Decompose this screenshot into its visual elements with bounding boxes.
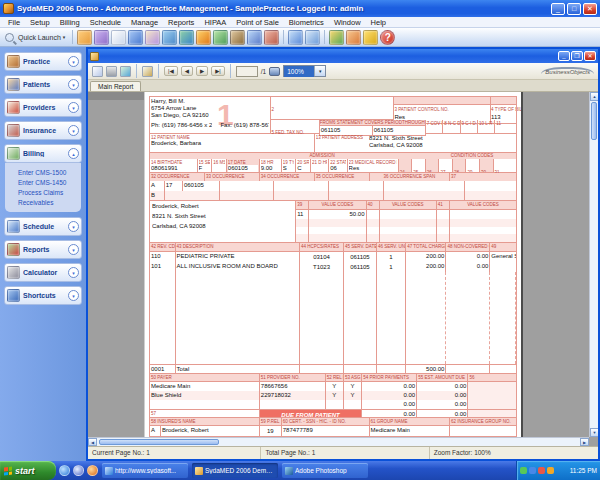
- taskbar-item-sydamed[interactable]: SydaMED 2006 Demo...: [192, 463, 278, 478]
- providers-icon: [7, 101, 20, 114]
- chevron-down-icon[interactable]: ▾: [314, 66, 325, 76]
- quick-launch-label[interactable]: Quick Launch: [18, 34, 61, 41]
- help-icon[interactable]: ?: [380, 30, 395, 45]
- sidebar-link-enter-cms-1500[interactable]: Enter CMS-1500: [18, 168, 81, 178]
- chevron-down-icon[interactable]: ▾: [68, 79, 79, 90]
- tray-update-icon[interactable]: [547, 467, 554, 474]
- chevron-down-icon[interactable]: ▾: [68, 125, 79, 136]
- sidebar-link-enter-cms-1450[interactable]: Enter CMS-1450: [18, 178, 81, 188]
- menu-help[interactable]: Help: [366, 17, 391, 28]
- menu-biometrics[interactable]: Biometrics: [284, 17, 329, 28]
- menu-reports[interactable]: Reports: [163, 17, 199, 28]
- last-page-button[interactable]: ▶|: [211, 66, 225, 76]
- claims-icon[interactable]: [247, 30, 262, 45]
- notes-icon[interactable]: [111, 30, 126, 45]
- chevron-down-icon[interactable]: ▾: [68, 102, 79, 113]
- maximize-button[interactable]: □: [567, 3, 581, 15]
- chevron-down-icon[interactable]: ▾: [68, 267, 79, 278]
- taskbar-item-browser[interactable]: http://www.sydasoft...: [102, 463, 188, 478]
- group-tree-icon[interactable]: [142, 66, 153, 77]
- condition-code-box: 27: [439, 159, 453, 172]
- minimize-button[interactable]: _: [551, 3, 565, 15]
- vertical-scrollbar[interactable]: ▲ ▼: [589, 92, 598, 437]
- user-icon[interactable]: [264, 30, 279, 45]
- scroll-left-icon[interactable]: ◀: [88, 438, 97, 446]
- close-button[interactable]: ✕: [583, 3, 597, 15]
- schedule-icon[interactable]: [213, 30, 228, 45]
- horizontal-scrollbar[interactable]: ◀ ▶: [88, 437, 589, 446]
- chevron-down-icon[interactable]: ▾: [68, 221, 79, 232]
- sidebar-item-schedule[interactable]: Schedule ▾: [4, 217, 82, 236]
- page-number-input[interactable]: [236, 66, 258, 77]
- sidebar-item-billing[interactable]: Billing ▴: [4, 144, 82, 163]
- payments-icon[interactable]: [196, 30, 211, 45]
- window-title: SydaMED 2006 Demo - Advanced Practice Ma…: [17, 4, 551, 13]
- print-icon[interactable]: [106, 66, 117, 77]
- child-close-button[interactable]: ✕: [584, 51, 596, 61]
- first-page-button[interactable]: |◀: [164, 66, 178, 76]
- practice-icon[interactable]: [77, 30, 92, 45]
- quicklaunch-app-icon[interactable]: [87, 465, 98, 476]
- sidebar-item-practice[interactable]: Practice ▾: [4, 52, 82, 71]
- type-of-bill-label: 4 TYPE OF BILL: [491, 96, 517, 104]
- sidebar-item-shortcuts[interactable]: Shortcuts ▾: [4, 286, 82, 305]
- sidebar-item-providers[interactable]: Providers ▾: [4, 98, 82, 117]
- sidebar-item-reports[interactable]: Reports ▾: [4, 240, 82, 259]
- menu-point-of-sale[interactable]: Point of Sale: [231, 17, 284, 28]
- menu-schedule[interactable]: Schedule: [85, 17, 126, 28]
- chevron-up-icon[interactable]: ▴: [68, 148, 79, 159]
- search-icon[interactable]: [5, 33, 14, 42]
- child-restore-button[interactable]: ❐: [571, 51, 583, 61]
- quicklaunch-browser-icon[interactable]: [59, 465, 70, 476]
- menu-file[interactable]: File: [3, 17, 25, 28]
- occurrence-date: 060105: [183, 181, 220, 191]
- tasks-icon[interactable]: [305, 30, 320, 45]
- chevron-down-icon[interactable]: ▾: [63, 34, 66, 40]
- sidebar-link-process-claims[interactable]: Process Claims: [18, 188, 81, 198]
- menu-hipaa[interactable]: HIPAA: [199, 17, 231, 28]
- find-icon[interactable]: [269, 67, 280, 76]
- tray-network-icon[interactable]: [529, 467, 536, 474]
- tab-main-report[interactable]: Main Report: [90, 81, 141, 91]
- menu-setup[interactable]: Setup: [25, 17, 55, 28]
- fed-tax-box: 5 FED. TAX NO.: [270, 120, 318, 134]
- chevron-down-icon[interactable]: ▾: [68, 56, 79, 67]
- menu-manage[interactable]: Manage: [126, 17, 163, 28]
- referral-icon[interactable]: [145, 30, 160, 45]
- next-page-button[interactable]: ▶: [196, 66, 208, 76]
- tray-shield-icon[interactable]: [520, 467, 527, 474]
- refresh-icon[interactable]: [120, 66, 131, 77]
- kiosk-icon[interactable]: [346, 30, 361, 45]
- scroll-down-icon[interactable]: ▼: [590, 428, 598, 437]
- prev-page-button[interactable]: ◀: [181, 66, 193, 76]
- reminders-icon[interactable]: [288, 30, 303, 45]
- horizontal-scroll-thumb[interactable]: [99, 439, 219, 445]
- patient-folder-icon[interactable]: [94, 30, 109, 45]
- chevron-down-icon[interactable]: ▾: [68, 244, 79, 255]
- sidebar-link-receivables[interactable]: Receivables: [18, 198, 81, 208]
- scroll-right-icon[interactable]: ▶: [580, 438, 589, 446]
- insurance-icon[interactable]: [179, 30, 194, 45]
- menu-window[interactable]: Window: [329, 17, 366, 28]
- menu-billing[interactable]: Billing: [55, 17, 85, 28]
- quicklaunch-desktop-icon[interactable]: [73, 465, 84, 476]
- chevron-down-icon[interactable]: ▾: [68, 290, 79, 301]
- scroll-up-icon[interactable]: ▲: [590, 92, 598, 101]
- charts-icon[interactable]: [329, 30, 344, 45]
- child-minimize-button[interactable]: _: [558, 51, 570, 61]
- provider-icon[interactable]: [128, 30, 143, 45]
- workstation-icon[interactable]: [162, 30, 177, 45]
- sidebar-item-insurance[interactable]: Insurance ▾: [4, 121, 82, 140]
- occurrence-row-letter: A: [150, 181, 165, 191]
- vertical-scroll-thumb[interactable]: [591, 102, 597, 140]
- start-button[interactable]: start: [0, 461, 56, 480]
- sidebar-item-patients[interactable]: Patients ▾: [4, 75, 82, 94]
- taskbar-item-photoshop[interactable]: Adobe Photoshop: [282, 463, 368, 478]
- export-icon[interactable]: [92, 66, 103, 77]
- zoom-select[interactable]: 100% ▾: [283, 65, 326, 77]
- sidebar-item-calculator[interactable]: Calculator ▾: [4, 263, 82, 282]
- app-icon: [3, 3, 14, 14]
- security-lock-icon[interactable]: [363, 30, 378, 45]
- tray-alert-icon[interactable]: [538, 467, 545, 474]
- facility-icon[interactable]: [230, 30, 245, 45]
